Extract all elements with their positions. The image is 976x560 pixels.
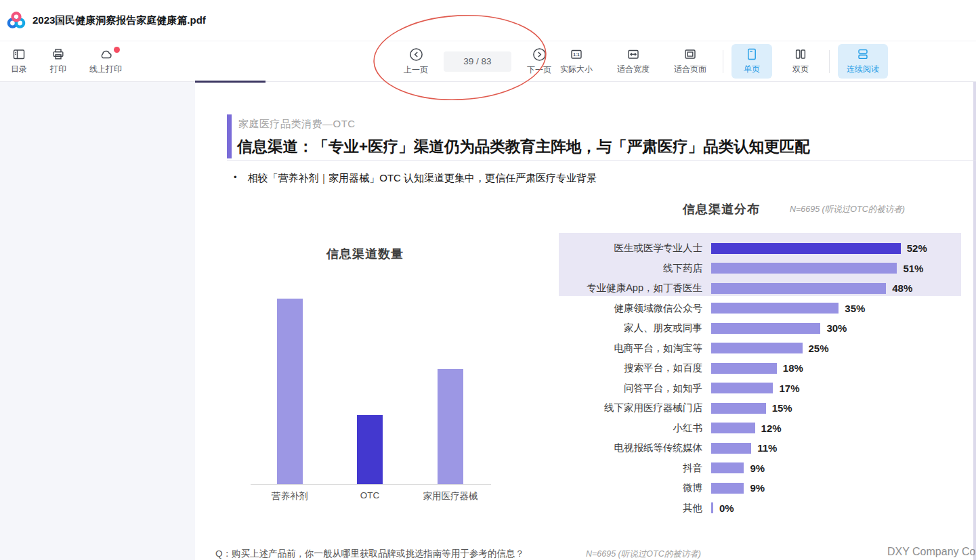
next-page-label: 下一页 <box>527 64 551 76</box>
toolbar-nav-group: 上一页 39 / 83 下一页 <box>400 41 555 81</box>
channel-rows: 医生或医学专业人士52%线下药店51%专业健康App，如丁香医生48%健康领域微… <box>555 238 972 518</box>
prev-page-button[interactable]: 上一页 <box>400 44 432 79</box>
channel-bar <box>711 243 901 254</box>
toc-button[interactable]: 目录 <box>7 44 31 79</box>
channel-label: 小红书 <box>555 422 711 435</box>
channel-value: 17% <box>779 383 799 394</box>
fit-width-button[interactable]: 适合宽度 <box>608 44 658 79</box>
channel-label: 电商平台，如淘宝等 <box>555 342 711 355</box>
channel-label: 健康领域微信公众号 <box>555 302 711 315</box>
channel-bar <box>711 483 744 494</box>
channel-label: 专业健康App，如丁香医生 <box>555 282 711 295</box>
channel-row: 小红书12% <box>555 418 972 439</box>
toolbar: 目录 打印 线上打印 上一页 39 / 83 <box>0 41 976 82</box>
toolbar-divider <box>829 50 830 73</box>
channel-label: 线下药店 <box>555 262 711 275</box>
channel-value: 18% <box>783 362 803 374</box>
channel-value: 9% <box>750 462 765 474</box>
continuous-read-icon <box>856 47 870 61</box>
title-accent-bar <box>227 114 232 158</box>
channel-value: 35% <box>845 303 865 314</box>
channel-row: 微博9% <box>555 478 972 498</box>
scroll-progress-indicator <box>195 81 266 83</box>
channel-bar <box>711 323 820 334</box>
channel-label: 微博 <box>555 481 711 494</box>
title-underline <box>227 160 976 161</box>
channel-bar <box>711 462 744 473</box>
channel-row: 其他0% <box>555 498 972 519</box>
fit-width-label: 适合宽度 <box>617 64 650 75</box>
cloud-icon <box>99 47 112 61</box>
document-title: 2023国民健康洞察报告家庭健康篇.pdf <box>33 14 206 27</box>
copyright-text: DXY Company Copyrig <box>887 546 976 558</box>
single-page-icon <box>745 47 759 61</box>
continuous-read-label: 连续阅读 <box>847 64 879 75</box>
single-page-button[interactable]: 单页 <box>731 44 772 79</box>
fit-width-icon <box>627 47 640 61</box>
slide-title: 信息渠道：「专业+医疗」渠道仍为品类教育主阵地，与「严肃医疗」品类认知更匹配 <box>237 136 810 157</box>
notification-dot <box>114 47 120 53</box>
viewer-background-left <box>0 82 195 560</box>
channel-bar <box>711 383 773 393</box>
channel-label: 搜索平台，如百度 <box>555 362 711 374</box>
chevron-left-circle-icon <box>409 47 423 62</box>
channel-value: 9% <box>750 482 765 494</box>
actual-size-button[interactable]: 1:1 实际大小 <box>551 44 601 79</box>
online-print-label: 线上打印 <box>89 64 122 75</box>
vertical-chart-baseline <box>251 484 491 485</box>
channel-label: 电视报纸等传统媒体 <box>555 441 711 454</box>
channel-row: 健康领域微信公众号35% <box>555 299 972 319</box>
channel-value: 12% <box>761 423 782 434</box>
app-logo-icon <box>5 10 27 30</box>
channel-bar <box>711 303 839 314</box>
channel-bar <box>711 403 766 414</box>
scrollbar[interactable] <box>973 82 976 560</box>
channel-bar <box>711 343 803 353</box>
channel-label: 医生或医学专业人士 <box>555 242 711 255</box>
channel-label: 抖音 <box>555 462 711 475</box>
question-footnote: Q：购买上述产品前，你一般从哪里获取品牌或挑选指南等用于参考的信息？ <box>215 548 524 560</box>
double-page-button[interactable]: 双页 <box>780 44 821 79</box>
fit-page-label: 适合页面 <box>674 64 706 75</box>
print-button[interactable]: 打印 <box>46 44 70 79</box>
horizontal-chart-subtitle: N=6695 (听说过OTC的被访者) <box>790 204 905 215</box>
single-page-label: 单页 <box>744 64 760 75</box>
continuous-read-button[interactable]: 连续阅读 <box>838 44 888 79</box>
toc-label: 目录 <box>11 64 27 75</box>
channel-label: 问答平台，如知乎 <box>555 382 711 395</box>
fit-page-button[interactable]: 适合页面 <box>665 44 715 79</box>
channel-bar <box>711 263 897 274</box>
horizontal-chart-title: 信息渠道分布 <box>683 201 760 217</box>
channel-row: 电视报纸等传统媒体11% <box>555 438 972 458</box>
chevron-right-circle-icon <box>532 47 547 62</box>
toolbar-left-group: 目录 打印 线上打印 <box>7 41 126 81</box>
fit-page-icon <box>683 47 697 61</box>
channel-value: 0% <box>719 502 734 514</box>
double-page-label: 双页 <box>792 64 809 75</box>
channel-label: 线下家用医疗器械门店 <box>555 402 711 414</box>
vertical-chart-title: 信息渠道数量 <box>326 246 404 262</box>
svg-text:1:1: 1:1 <box>573 52 580 57</box>
channel-row: 家人、朋友或同事30% <box>555 318 972 339</box>
printer-icon <box>51 47 65 61</box>
next-page-button[interactable]: 下一页 <box>523 44 555 79</box>
channel-bar <box>711 363 777 374</box>
channel-row: 搜索平台，如百度18% <box>555 358 972 379</box>
channel-row: 线下药店51% <box>555 259 972 279</box>
channel-bar <box>711 423 755 433</box>
channel-row: 抖音9% <box>555 458 972 479</box>
toolbar-divider <box>723 50 723 73</box>
title-bar: 2023国民健康洞察报告家庭健康篇.pdf <box>0 0 976 41</box>
bullet-point: • 相较「营养补剂｜家用器械」OTC 认知渠道更集中，更信任严肃医疗专业背景 <box>234 172 597 185</box>
sidebar-list-icon <box>12 47 26 61</box>
channel-value: 30% <box>826 322 847 334</box>
online-print-button[interactable]: 线上打印 <box>85 44 126 79</box>
channel-value: 25% <box>809 343 829 354</box>
double-page-icon <box>794 47 807 61</box>
channel-bar <box>711 443 751 454</box>
toolbar-view-group: 1:1 实际大小 适合宽度 适合页面 单 <box>551 41 888 81</box>
page-indicator[interactable]: 39 / 83 <box>444 51 511 72</box>
channel-row: 问答平台，如知乎17% <box>555 379 972 399</box>
channel-bar <box>711 502 713 513</box>
channel-label: 其他 <box>555 502 711 515</box>
